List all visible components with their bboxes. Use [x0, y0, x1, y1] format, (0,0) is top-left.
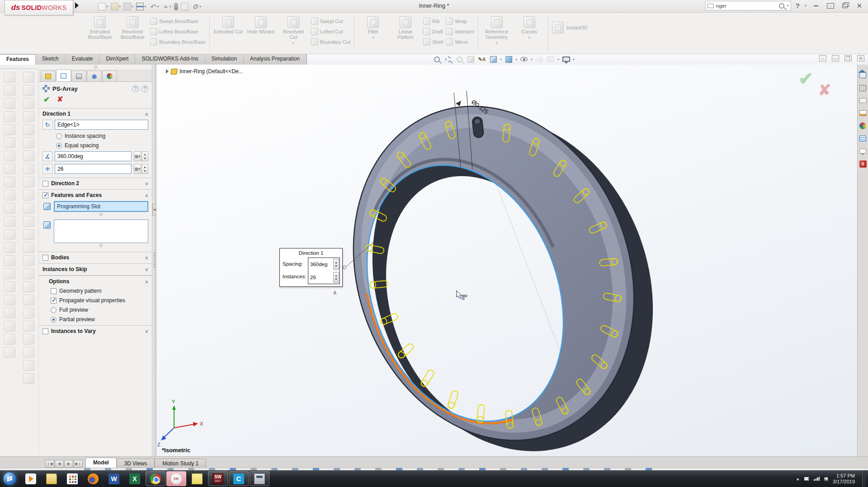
- toolbar-icon-placeholder[interactable]: [4, 203, 15, 214]
- toolbar-icon-placeholder[interactable]: [23, 281, 34, 292]
- direction2-header[interactable]: Direction 2∨: [42, 180, 148, 187]
- restore-button[interactable]: [840, 2, 850, 10]
- instances-to-skip-header[interactable]: Instances to Skip∨: [42, 266, 148, 272]
- features-and-faces-checkbox[interactable]: [42, 192, 48, 198]
- ribbon-button-lofted-boss-base[interactable]: Lofted Boss/Base: [150, 28, 206, 36]
- toolbar-icon-placeholder[interactable]: [23, 137, 34, 148]
- search-commands-box[interactable]: nger ▾: [705, 1, 791, 10]
- span-displays-button[interactable]: ↔: [826, 2, 835, 10]
- show-desktop-button[interactable]: [862, 470, 866, 487]
- count-link-button[interactable]: ▦▾: [134, 164, 141, 174]
- angle-spinner[interactable]: ▲▼: [142, 151, 148, 161]
- previous-view-icon[interactable]: [454, 55, 464, 64]
- toolbar-icon-placeholder[interactable]: [4, 177, 15, 187]
- ribbon-button-boundary-boss-base[interactable]: Boundary Boss/Base: [150, 38, 206, 46]
- toolbar-icon-placeholder[interactable]: [4, 216, 15, 227]
- instances-to-vary-checkbox[interactable]: [42, 328, 48, 334]
- toolbar-icon-placeholder[interactable]: [23, 150, 34, 161]
- cancel-button[interactable]: ✘: [57, 95, 63, 104]
- ribbon-button-extruded-boss-base[interactable]: Extruded Boss/Base: [85, 15, 115, 40]
- taskbar-app-grid[interactable]: [62, 471, 82, 486]
- toolbar-icon-placeholder[interactable]: [4, 72, 15, 83]
- collapse-chevron-icon[interactable]: ∧: [145, 279, 148, 284]
- ribbon-button-boundary-cut[interactable]: Boundary Cut: [311, 38, 350, 46]
- toolbar-icon-placeholder[interactable]: [23, 308, 34, 318]
- ribbon-button-revolved-boss-base[interactable]: Revolved Boss/Base: [118, 15, 147, 40]
- full-preview-radio[interactable]: [51, 307, 57, 313]
- tab-analysis-preparation[interactable]: Analysis Preparation: [244, 54, 307, 65]
- tab-displaymanager[interactable]: [102, 70, 117, 81]
- feature-tree-root[interactable]: Inner-Ring (Default<<De...: [166, 68, 243, 75]
- toolbar-icon-placeholder[interactable]: [4, 281, 15, 292]
- propagate-visual-properties-option[interactable]: Propagate visual properties: [51, 297, 148, 304]
- ribbon-button-hole-wizard[interactable]: Hole Wizard: [246, 15, 276, 34]
- popup-spacing-spinner[interactable]: ▲▼: [333, 259, 339, 270]
- count-spinner[interactable]: ▲▼: [142, 164, 148, 174]
- minimize-button[interactable]: [811, 2, 821, 10]
- taskbar-chrome[interactable]: [146, 471, 165, 486]
- popup-instances-field[interactable]: 26: [310, 275, 333, 280]
- expand-chevron-icon[interactable]: ∨: [145, 267, 148, 272]
- taskbar-solidworks[interactable]: SW2017: [208, 471, 228, 486]
- ribbon-button-fillet[interactable]: Fillet▾: [358, 15, 388, 40]
- list-resize-handle[interactable]: [99, 213, 103, 216]
- features-to-pattern-list[interactable]: Programming Slot: [54, 201, 148, 212]
- last-tab-button[interactable]: ▶❘: [74, 460, 83, 468]
- first-tab-button[interactable]: ❘◀: [45, 460, 54, 468]
- ribbon-button-shell[interactable]: Shell: [423, 38, 443, 46]
- display-style-icon[interactable]: [504, 55, 514, 64]
- pin-help-icon[interactable]: ?: [142, 85, 148, 92]
- ribbon-button-linear-pattern[interactable]: Linear Pattern: [391, 15, 420, 40]
- direction2-checkbox[interactable]: [42, 181, 48, 187]
- ribbon-button-intersect[interactable]: Intersect: [446, 28, 474, 36]
- tab-dimxpertmanager[interactable]: ⊕: [87, 70, 102, 81]
- angle-field[interactable]: 360.00deg: [55, 151, 132, 161]
- toolbar-icon-placeholder[interactable]: [23, 321, 34, 332]
- forum-icon[interactable]: [859, 147, 868, 155]
- toolbar-icon-placeholder[interactable]: [4, 321, 15, 332]
- toolbar-icon-placeholder[interactable]: [23, 85, 34, 96]
- network-icon[interactable]: [814, 477, 820, 481]
- toolbar-icon-placeholder[interactable]: [23, 164, 34, 174]
- doc-span-displays-icon[interactable]: ⇔: [819, 55, 826, 61]
- confirm-ok-icon[interactable]: ✔: [798, 68, 814, 89]
- toolbar-icon-placeholder[interactable]: [23, 72, 34, 83]
- taskbar-word[interactable]: W: [104, 471, 124, 486]
- toolbar-icon-placeholder[interactable]: [23, 190, 34, 201]
- full-preview-option[interactable]: Full preview: [51, 307, 148, 313]
- ok-button[interactable]: ✔: [43, 95, 50, 104]
- equal-spacing-option[interactable]: Equal spacing: [56, 142, 148, 149]
- toolbar-icon-placeholder[interactable]: [23, 242, 34, 253]
- ribbon-button-draft[interactable]: Draft: [423, 28, 443, 36]
- list-resize-handle[interactable]: [99, 244, 103, 247]
- propagate-checkbox[interactable]: [51, 298, 57, 304]
- ribbon-button-swept-cut[interactable]: Swept Cut: [311, 17, 350, 25]
- hide-annotations-icon[interactable]: ✎A: [477, 55, 487, 64]
- custom-properties-icon[interactable]: [859, 134, 868, 143]
- toolbar-icon-placeholder[interactable]: [23, 295, 34, 305]
- search-icon[interactable]: [779, 3, 784, 9]
- angle-link-button[interactable]: ▦▾: [134, 151, 141, 161]
- expand-chevron-icon[interactable]: ∨: [145, 181, 148, 186]
- toolbar-icon-placeholder[interactable]: [4, 98, 15, 109]
- tab-3d-views[interactable]: 3D Views: [117, 459, 155, 468]
- taskbar-file-explorer[interactable]: [42, 471, 61, 486]
- appearances-icon[interactable]: [859, 122, 868, 130]
- doc-close-icon[interactable]: ✕: [857, 55, 864, 61]
- doc-minimize-icon[interactable]: —: [832, 55, 839, 61]
- toolbar-icon-placeholder[interactable]: [4, 229, 15, 240]
- tab-configurationmanager[interactable]: [71, 70, 86, 81]
- toolbar-icon-placeholder[interactable]: [4, 268, 15, 279]
- toolbar-icon-placeholder[interactable]: [4, 164, 15, 174]
- help-button[interactable]: ?: [796, 2, 800, 9]
- tab-motion-study-1[interactable]: Motion Study 1: [155, 459, 206, 468]
- tab-dimxpert[interactable]: DimXpert: [99, 54, 135, 65]
- expand-chevron-icon[interactable]: ∨: [145, 255, 148, 260]
- toolbar-icon-placeholder[interactable]: [4, 150, 15, 161]
- instance-spacing-option[interactable]: Instance spacing: [56, 133, 148, 139]
- collapse-chevron-icon[interactable]: ∧: [145, 112, 148, 117]
- toolbar-icon-placeholder[interactable]: [23, 111, 34, 122]
- popup-collapse-chevron-icon[interactable]: ∧: [333, 289, 337, 296]
- taskbar-sticky-notes[interactable]: [187, 471, 207, 486]
- ribbon-button-curves[interactable]: Curves▾: [514, 15, 544, 40]
